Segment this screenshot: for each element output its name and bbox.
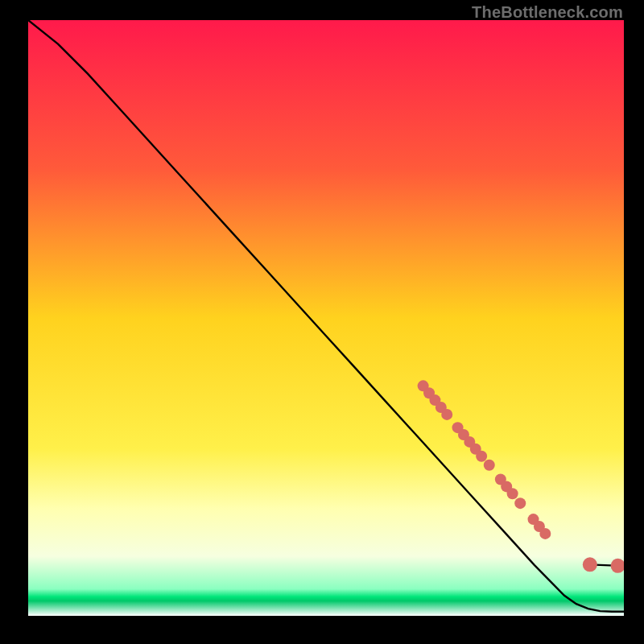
marker-point [514,497,526,509]
chart-frame: TheBottleneck.com [0,0,644,644]
chart-svg [28,20,624,616]
marker-point [441,409,452,420]
marker-point [484,460,495,471]
marker-point [476,451,487,462]
plot-area [28,20,624,616]
marker-point [583,557,597,572]
marker-point [539,528,551,539]
marker-point [507,488,518,499]
attribution-label: TheBottleneck.com [472,3,623,22]
